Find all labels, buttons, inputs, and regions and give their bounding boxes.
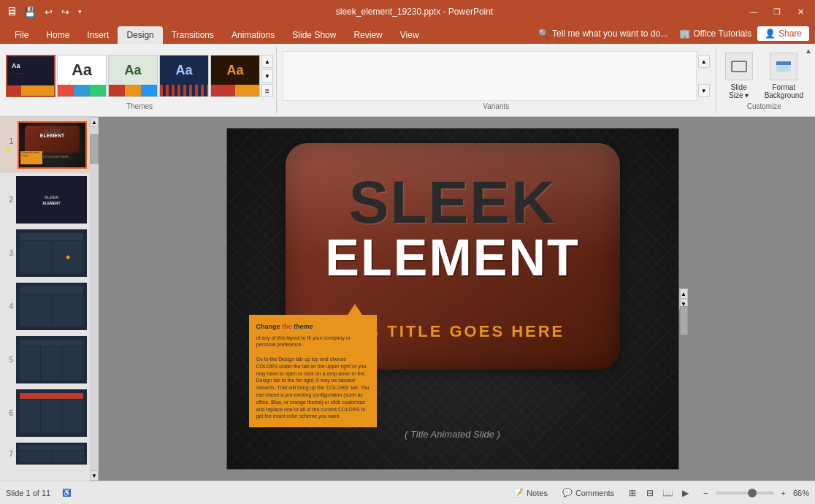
themes-scroll[interactable]: ▲ ▼ ≡ — [261, 55, 273, 97]
tab-insert[interactable]: Insert — [78, 26, 118, 44]
maximize-button[interactable]: ❐ — [768, 3, 786, 20]
slide-item-7[interactable]: 7 — [0, 440, 90, 467]
slide-item-1[interactable]: 1 ★ SLEEK ELEMENT SUB TITLE GOES HERE Ch… — [0, 117, 90, 173]
search-icon: 🔍 — [538, 28, 549, 39]
slide-size-button[interactable]: SlideSize ▾ — [722, 50, 756, 102]
theme-5[interactable]: Aa — [210, 55, 260, 97]
themes-scroll-more[interactable]: ≡ — [261, 84, 273, 97]
content-scroll-thumb[interactable] — [680, 306, 688, 335]
slides-list: 1 ★ SLEEK ELEMENT SUB TITLE GOES HERE Ch… — [0, 117, 90, 481]
slide-title-line1: SLEEK — [227, 172, 678, 232]
slide-item-6[interactable]: 6 — [0, 386, 90, 440]
format-background-button[interactable]: FormatBackground — [762, 50, 806, 102]
window-title: sleek_element_19230.pptx - PowerPoint — [84, 7, 745, 17]
slide-thumb-4 — [16, 283, 87, 330]
themes-scroll-up[interactable]: ▲ — [261, 55, 273, 68]
reading-view-button[interactable]: 📖 — [659, 485, 676, 501]
variants-scroll-up[interactable]: ▲ — [698, 55, 710, 68]
content-scroll-up[interactable]: ▲ — [680, 289, 688, 299]
title-bar: 🖥 💾 ↩ ↪ ▾ sleek_element_19230.pptx - Pow… — [0, 0, 815, 23]
slide-sorter-button[interactable]: ⊟ — [642, 485, 658, 501]
share-button[interactable]: 👤 Share — [757, 26, 809, 41]
zoom-out-button[interactable]: − — [699, 487, 712, 499]
theme-3[interactable]: Aa — [108, 55, 158, 97]
title-bar-left: 🖥 💾 ↩ ↪ ▾ — [6, 5, 84, 18]
office-tutorials-label: Office Tutorials — [693, 28, 751, 39]
themes-scroll-down[interactable]: ▼ — [261, 69, 273, 83]
callout-normal-text: Change — [256, 323, 280, 330]
panel-scroll-up[interactable]: ▲ — [90, 117, 99, 127]
slide-thumb-5 — [16, 336, 87, 383]
share-label: Share — [778, 28, 802, 39]
office-tutorials-link[interactable]: 🏢 Office Tutorials — [679, 28, 751, 39]
slide-item-5[interactable]: 5 — [0, 333, 90, 386]
tab-transitions[interactable]: Transitions — [163, 26, 223, 44]
close-button[interactable]: ✕ — [792, 3, 809, 20]
slide-item-4[interactable]: 4 — [0, 280, 90, 333]
callout-highlight-text: the — [282, 323, 294, 330]
tab-home[interactable]: Home — [37, 26, 78, 44]
theme-1[interactable]: Aa · · · · · — [6, 55, 56, 97]
theme-4[interactable]: Aa — [159, 55, 209, 97]
comments-label: Comments — [575, 489, 614, 497]
ribbon-collapse-button[interactable]: ▲ — [805, 47, 812, 55]
tab-file[interactable]: File — [6, 26, 37, 44]
slideshow-button[interactable]: ▶ — [677, 485, 693, 501]
slide-title-line2: ELEMENT — [227, 232, 678, 283]
accessibility-btn: ♿ — [62, 489, 71, 497]
slides-panel: 1 ★ SLEEK ELEMENT SUB TITLE GOES HERE Ch… — [0, 117, 99, 481]
slide-number-4: 4 — [3, 302, 13, 310]
variants-scroll-down[interactable]: ▼ — [698, 84, 710, 97]
panel-scroll-track[interactable] — [90, 127, 99, 470]
normal-view-button[interactable]: ⊞ — [624, 485, 640, 501]
status-bar: Slide 1 of 11 ♿ 📝 Notes 💬 Comments ⊞ ⊟ 📖… — [0, 481, 815, 504]
customize-qat-icon[interactable]: ▾ — [76, 7, 84, 16]
zoom-slider[interactable] — [716, 492, 774, 495]
callout-italic-text: theme — [294, 323, 313, 330]
tab-slideshow[interactable]: Slide Show — [283, 26, 345, 44]
variants-area — [283, 51, 697, 101]
slide-number-3: 3 — [3, 249, 13, 257]
slide-thumb-2: SLEEK ELEMENT — [16, 176, 87, 224]
customize-buttons: SlideSize ▾ FormatBackground — [722, 50, 806, 102]
app-icon: 🖥 — [6, 5, 18, 18]
title-bar-controls: — ❐ ✕ — [745, 3, 809, 20]
redo-icon[interactable]: ↪ — [59, 6, 72, 18]
notes-button[interactable]: 📝 Notes — [509, 486, 552, 499]
slide-thumb-7 — [16, 443, 87, 465]
slide-item-2[interactable]: 2 SLEEK ELEMENT — [0, 173, 90, 226]
undo-icon[interactable]: ↩ — [42, 6, 55, 18]
svg-rect-0 — [732, 61, 746, 72]
themes-row: Aa · · · · · Aa Aa — [6, 50, 273, 102]
slide-caption: ( Title Animated Slide ) — [227, 429, 678, 440]
customize-group: SlideSize ▾ FormatBackground Customize — [716, 47, 812, 113]
main-area: 1 ★ SLEEK ELEMENT SUB TITLE GOES HERE Ch… — [0, 117, 815, 481]
tab-view[interactable]: View — [391, 26, 428, 44]
ribbon-tabs: File Home Insert Design Transitions Anim… — [0, 23, 815, 44]
callout-arrow — [348, 304, 362, 315]
variants-label: Variants — [283, 102, 710, 110]
content-scrollbar-v[interactable]: ▲ ▼ — [679, 289, 688, 309]
zoom-thumb[interactable] — [748, 489, 757, 497]
tell-me-input[interactable]: 🔍 Tell me what you want to do... — [532, 27, 673, 40]
main-slide[interactable]: SLEEK ELEMENT SUB TITLE GOES HERE Change… — [226, 128, 679, 470]
ribbon-content: Aa · · · · · Aa Aa — [0, 44, 815, 117]
minimize-button[interactable]: — — [745, 3, 762, 20]
slide-number-1: 1 — [3, 137, 13, 145]
panel-scroll-thumb[interactable] — [90, 134, 99, 164]
save-icon[interactable]: 💾 — [22, 6, 38, 18]
tab-review[interactable]: Review — [345, 26, 391, 44]
slide-item-3[interactable]: 3 🔶 — [0, 226, 90, 280]
variants-row: ▲ ▼ — [283, 50, 710, 102]
comments-icon: 💬 — [562, 488, 573, 497]
tab-animations[interactable]: Animations — [223, 26, 283, 44]
panel-scroll-down[interactable]: ▼ — [90, 470, 99, 481]
slide-thumb-6 — [16, 389, 87, 437]
status-bar-right: 📝 Notes 💬 Comments ⊞ ⊟ 📖 ▶ − + 66% — [509, 485, 809, 501]
slides-panel-scrollbar[interactable]: ▲ ▼ — [90, 117, 99, 481]
themes-group: Aa · · · · · Aa Aa — [3, 47, 277, 113]
comments-button[interactable]: 💬 Comments — [558, 486, 619, 499]
theme-2[interactable]: Aa — [57, 55, 107, 97]
zoom-in-button[interactable]: + — [777, 487, 790, 499]
tab-design[interactable]: Design — [118, 26, 162, 44]
